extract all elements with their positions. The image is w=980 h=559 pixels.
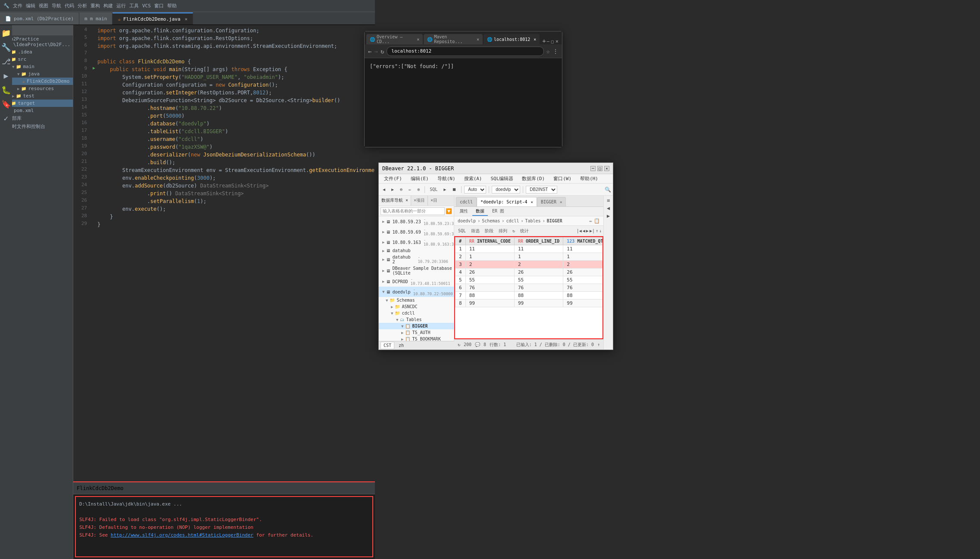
back-button[interactable]: ← <box>368 48 371 55</box>
menu-help[interactable]: 帮助(H) <box>578 175 600 182</box>
tree-datahub2[interactable]: ▶ 🖥 datahub 2 - 10.79.20:3306 <box>379 254 454 265</box>
sidebar-project-btn[interactable]: 📁 <box>1 28 11 37</box>
edit-inline-icon[interactable]: ✏ <box>589 218 592 224</box>
bookmark-icon[interactable]: ☆ <box>546 48 550 55</box>
tb-delete[interactable]: ⊗ <box>415 186 422 193</box>
menu-file[interactable]: 文件(F) <box>382 175 404 182</box>
new-tab-button[interactable]: + <box>542 37 546 44</box>
right-icon-3[interactable]: ▶ <box>607 213 610 219</box>
tb-sql[interactable]: SQL <box>428 186 440 193</box>
tree-cdcll[interactable]: ▼ 📁 cdcll <box>379 310 454 316</box>
toolbar-menu-7[interactable]: 分析 <box>78 3 87 9</box>
right-icon-2[interactable]: ◀ <box>607 205 610 211</box>
close-browser-button[interactable]: × <box>556 38 559 44</box>
data-tb-refresh[interactable]: ↻ <box>510 227 517 234</box>
lang-zh[interactable]: zh <box>396 342 406 349</box>
col-rownum[interactable]: # <box>456 237 466 245</box>
tb-db-select[interactable]: doedvlp <box>492 186 520 194</box>
tb-schema-select[interactable]: DB2INST <box>526 186 557 194</box>
browser-tab-maven[interactable]: 🌐 Maven Reposito... × <box>424 34 483 44</box>
forward-button[interactable]: → <box>374 48 378 55</box>
close-btn[interactable]: × <box>604 166 609 171</box>
data-nav-prev[interactable]: ◀ <box>583 228 585 233</box>
tab-script-close[interactable]: × <box>531 200 533 204</box>
data-nav-export[interactable]: ↑ <box>596 228 598 233</box>
line-run-9[interactable]: ▶ <box>91 66 97 70</box>
col-order-line-id[interactable]: RR ORDER_LINE_ID <box>514 237 563 245</box>
terminal-tab-label[interactable]: FlinkCdcDb2Demo <box>77 485 123 491</box>
lang-cst[interactable]: CST <box>381 342 394 349</box>
refresh-button[interactable]: ↻ <box>381 48 384 55</box>
code-editor[interactable]: 4 import org.apache.flink.configuration.… <box>73 25 375 481</box>
toolbar-menu-11[interactable]: 工具 <box>129 3 139 9</box>
tree-tables[interactable]: ▼ 🗂 Tables <box>379 316 454 323</box>
menu-search[interactable]: 搜索(A) <box>462 175 484 182</box>
db-search-input[interactable] <box>381 207 445 215</box>
tab-main[interactable]: m m main <box>79 12 112 25</box>
tree-asncdc[interactable]: ▶ 📁 ASNCDC <box>379 303 454 310</box>
sub-tab-data[interactable]: 数据 <box>472 207 488 216</box>
tree-server-1[interactable]: ▶ 🖥 10.80.59.23 - 10.80.59.23:3306 <box>379 216 454 227</box>
table-row-2[interactable]: 2 1 1 1 <box>456 253 604 261</box>
breadcrumb-bigger[interactable]: BIGGER <box>547 219 562 223</box>
menu-edit[interactable]: 编辑(E) <box>409 175 431 182</box>
copy-icon[interactable]: 📋 <box>594 218 600 224</box>
toolbar-menu-1[interactable]: 🔧 <box>3 3 9 9</box>
tab-doedvlp-script[interactable]: *doedvlp: Script-4 × <box>477 197 537 206</box>
breadcrumb-tables[interactable]: Tables <box>525 219 541 223</box>
col-matched-qty[interactable]: 123 MATCHED_QTY <box>563 237 603 245</box>
toolbar-menu-13[interactable]: 窗口 <box>154 3 164 9</box>
data-tb-phase[interactable]: 阶段 <box>483 227 496 235</box>
table-row-6[interactable]: 6 76 76 76 <box>456 284 604 292</box>
status-export-icon[interactable]: ↑ <box>597 342 600 347</box>
toolbar-menu-2[interactable]: 文件 <box>13 3 22 9</box>
settings-icon[interactable]: ⋮ <box>552 48 559 55</box>
toolbar-menu-4[interactable]: 视图 <box>39 3 48 9</box>
sidebar-debug-btn[interactable]: 🐛 <box>1 85 11 94</box>
maximize-btn[interactable]: □ <box>597 166 602 171</box>
tb-stop[interactable]: ⏹ <box>450 186 459 193</box>
tree-schemas[interactable]: ▼ 📁 Schemas <box>379 297 454 303</box>
data-nav-last[interactable]: ▶| <box>590 228 595 233</box>
sidebar-git-btn[interactable]: ⎇ <box>2 57 11 66</box>
data-nav-import[interactable]: ↓ <box>599 228 602 233</box>
sidebar-run-btn[interactable]: ▶ <box>4 71 9 80</box>
tree-doedvlp[interactable]: ▼ 🖥 doedvlp - 10.80.70.22:50000 <box>379 287 454 297</box>
data-nav-first[interactable]: |◀ <box>577 228 582 233</box>
browser-tab-localhost[interactable]: 🌐 localhost:8012 × <box>484 34 540 44</box>
toolbar-menu-14[interactable]: 帮助 <box>167 3 177 9</box>
tb-search-icon[interactable]: 🔍 <box>605 187 611 193</box>
data-tb-stats[interactable]: 统计 <box>518 227 531 235</box>
table-row-7[interactable]: 7 88 88 88 <box>456 292 604 300</box>
toolbar-menu-3[interactable]: 编辑 <box>26 3 35 9</box>
tab-bigger[interactable]: BIGGER × <box>537 197 566 206</box>
breadcrumb-schemas[interactable]: Schemas <box>482 219 500 223</box>
toolbar-menu-6[interactable]: 代码 <box>65 3 74 9</box>
tab-close-icon[interactable]: × <box>185 16 188 22</box>
menu-db[interactable]: 数据库(D) <box>520 175 546 182</box>
toolbar-menu-8[interactable]: 重构 <box>91 3 100 9</box>
minimize-button[interactable]: ─ <box>547 39 549 44</box>
table-row-8[interactable]: 8 99 99 99 <box>456 300 604 307</box>
table-row-5[interactable]: 5 55 55 55 <box>456 276 604 284</box>
breadcrumb-doedvlp[interactable]: doedvlp <box>458 219 476 223</box>
address-bar[interactable]: localhost:8012 <box>387 47 543 56</box>
right-icon-1[interactable]: ≡ <box>607 197 610 203</box>
tree-datahub[interactable]: ▶ 🖥 datahub <box>379 247 454 254</box>
tb-new[interactable]: ⊕ <box>398 186 405 193</box>
data-tb-filter[interactable]: 筛选 <box>469 227 482 235</box>
sub-tab-props[interactable]: 属性 <box>456 207 471 216</box>
sidebar-tab-other[interactable]: ×目 <box>428 196 440 206</box>
sidebar-structure-btn[interactable]: 🔧 <box>1 43 11 52</box>
filter-icon[interactable]: 🔽 <box>446 208 452 214</box>
run-button-9[interactable]: ▶ <box>93 66 95 70</box>
table-row-3[interactable]: 3 2 2 2 <box>456 261 604 269</box>
maximize-button[interactable]: □ <box>551 39 554 44</box>
breadcrumb-cdcll[interactable]: cdcll <box>506 219 519 223</box>
toolbar-menu-5[interactable]: 导航 <box>52 3 61 9</box>
tab-overview-close[interactable]: × <box>417 37 419 42</box>
sidebar-tab-project[interactable]: ×项目 <box>411 196 428 206</box>
data-nav-next[interactable]: ▶ <box>586 228 589 233</box>
table-row-1[interactable]: 1 11 11 11 <box>456 245 604 253</box>
col-internal-code[interactable]: RR INTERNAL_CODE <box>465 237 514 245</box>
